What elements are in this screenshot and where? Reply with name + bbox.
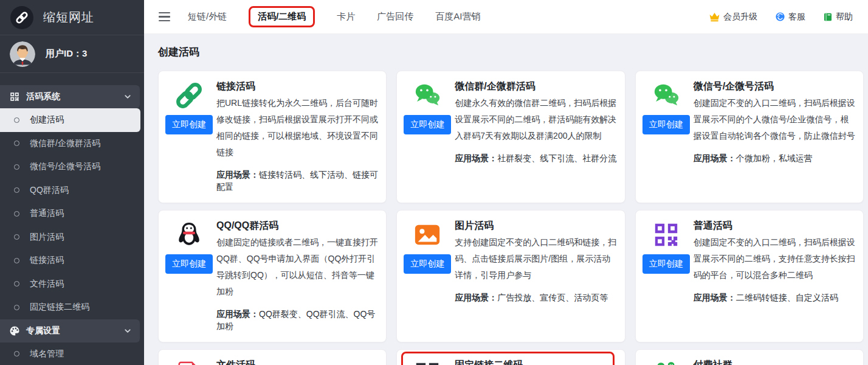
sidebar: 缩短网址 用户ID：3 活码系统创建活码微信群/企微群活码微信号/企微号活码QQ…: [0, 0, 144, 365]
card-4: 立即创建图片活码支持创建固定不变的入口二维码和链接，扫码、点击链接后展示图片/图…: [396, 210, 625, 342]
topbar-link-0[interactable]: 会员升级: [709, 12, 757, 23]
circle-bullet-icon: [14, 117, 19, 123]
card-body: 微信号/企微号活码创建固定不变的入口二维码，扫码后根据设置展示不同的个人微信号/…: [694, 79, 856, 193]
sidebar-item-9[interactable]: 固定链接二维码: [0, 296, 144, 319]
create-button[interactable]: 立即创建: [404, 254, 451, 274]
card-title: 文件活码: [216, 358, 379, 365]
card-scenarios: 应用场景：个微加粉，私域运营: [694, 152, 856, 164]
card-body: 微信群/企微群活码创建永久有效的微信群二维码，扫码后根据设置展示不同的二维码，群…: [455, 79, 617, 193]
circle-bullet-icon: [14, 141, 19, 146]
card-body: 固定链接二维码把网址直接生成二维码，网址不可修改，不限扫码次数，永久可扫码。应用…: [455, 358, 617, 365]
right-column: 短链/外链活码/二维码卡片广告回传百度AI营销 会员升级客服帮助 创建活码 立即…: [144, 0, 868, 365]
card-title: 普通活码: [694, 218, 856, 232]
sidebar-item-11[interactable]: 域名管理: [0, 342, 144, 365]
card-body: 链接活码把URL链接转化为永久二维码，后台可随时修改链接，扫码后根据设置展示打开…: [216, 79, 379, 193]
card-body: QQ/QQ群活码创建固定的链接或者二维码，一键直接打开QQ群、QQ号申请加入界面…: [216, 218, 379, 332]
sidebar-item-label: 链接活码: [30, 255, 64, 266]
card-body: 文件活码支持创建固定不变的入口二维码和链接，扫码、点击链接后展示文件内容。应用场…: [216, 358, 379, 365]
card-description: 支持创建固定不变的入口二维码和链接，扫码、点击链接后展示图片/图组，展示活动详情…: [455, 234, 617, 283]
nav-tab-2[interactable]: 卡片: [337, 11, 355, 23]
card-8: 立即创建付费社群支持付费后打开活码页面，价格可自定义。应用场景：付费社群、付费资…: [635, 349, 864, 365]
sidebar-item-7[interactable]: 链接活码: [0, 249, 144, 273]
nav-tabs: 短链/外链活码/二维码卡片广告回传百度AI营销: [188, 6, 481, 27]
sidebar-item-4[interactable]: QQ群活码: [0, 179, 144, 203]
sidebar-item-label: 普通活码: [30, 208, 64, 219]
card-left-column: 立即创建: [166, 218, 212, 332]
app-window: 缩短网址 用户ID：3 活码系统创建活码微信群/企微群活码微信号/企微号活码QQ…: [0, 0, 868, 365]
sidebar-group-label: 专属设置: [26, 325, 60, 336]
circle-bullet-icon: [14, 234, 19, 240]
card-1: 立即创建微信群/企微群活码创建永久有效的微信群二维码，扫码后根据设置展示不同的二…: [396, 71, 625, 203]
card-body: 图片活码支持创建固定不变的入口二维码和链接，扫码、点击链接后展示图片/图组，展示…: [455, 218, 617, 332]
nav-tab-4[interactable]: 百度AI营销: [435, 11, 480, 23]
link-icon: [10, 6, 33, 29]
card-7: 立即创建固定链接二维码把网址直接生成二维码，网址不可修改，不限扫码次数，永久可扫…: [396, 349, 625, 365]
create-button[interactable]: 立即创建: [404, 115, 451, 134]
card-body: 付费社群支持付费后打开活码页面，价格可自定义。应用场景：付费社群、付费资料等: [694, 358, 856, 365]
user-panel: 用户ID：3: [0, 35, 144, 73]
card-body: 普通活码创建固定不变的入口二维码，扫码后根据设置展示不同的二维码，支持任意支持长…: [694, 218, 856, 332]
card-3: 立即创建QQ/QQ群活码创建固定的链接或者二维码，一键直接打开QQ群、QQ号申请…: [158, 210, 387, 342]
card-title: 链接活码: [216, 79, 379, 93]
sidebar-item-3[interactable]: 微信号/企微号活码: [0, 155, 144, 179]
circle-bullet-icon: [14, 305, 19, 310]
sidebar-item-1[interactable]: 创建活码: [0, 108, 140, 132]
card-scenarios: 应用场景：QQ群裂变、QQ群引流、QQ号加粉: [216, 308, 379, 332]
create-button[interactable]: 立即创建: [642, 115, 690, 134]
sidebar-group-0[interactable]: 活码系统: [0, 85, 140, 108]
scenario-label: 应用场景：: [216, 309, 259, 319]
sidebar-item-label: 微信号/企微号活码: [30, 161, 100, 172]
sidebar-item-label: 微信群/企微群活码: [30, 138, 100, 149]
create-button[interactable]: 立即创建: [642, 254, 690, 274]
circle-bullet-icon: [14, 211, 19, 217]
card-title: 固定链接二维码: [455, 358, 617, 365]
card-description: 创建固定的链接或者二维码，一键直接打开QQ群、QQ号申请加入界面（QQ外打开引导…: [216, 234, 379, 300]
scenario-label: 应用场景：: [694, 293, 736, 302]
create-button[interactable]: 立即创建: [165, 254, 213, 274]
card-scenarios: 应用场景：社群裂变、线下引流、社群分流: [455, 152, 617, 164]
topbar-link-1[interactable]: 客服: [775, 12, 805, 23]
card-title: 图片活码: [455, 218, 617, 232]
topbar-link-2[interactable]: 帮助: [823, 12, 853, 23]
card-scenarios: 应用场景：二维码转链接、自定义活码: [694, 291, 856, 304]
user-id: 用户ID：3: [46, 48, 87, 60]
create-button[interactable]: 立即创建: [165, 115, 213, 134]
topbar-link-label: 客服: [788, 12, 805, 23]
card-left-column: 立即创建: [166, 79, 212, 193]
palette-icon: [9, 325, 20, 336]
card-left-column: 立即创建: [404, 79, 450, 193]
nav-tab-1[interactable]: 活码/二维码: [249, 6, 315, 27]
qq-icon: [175, 221, 203, 249]
logo[interactable]: 缩短网址: [0, 0, 144, 35]
sidebar-item-6[interactable]: 图片活码: [0, 226, 144, 249]
wechat-icon: [413, 82, 441, 109]
main-content: 创建活码 立即创建链接活码把URL链接转化为永久二维码，后台可随时修改链接，扫码…: [144, 34, 868, 365]
qr-code-icon: [413, 360, 441, 365]
card-left-column: 立即创建: [643, 218, 689, 332]
service-icon: [775, 12, 785, 22]
card-scenarios: 应用场景：链接转活码、线下活动、链接可配置: [216, 169, 379, 193]
sidebar-item-5[interactable]: 普通活码: [0, 202, 144, 226]
link-icon: [175, 82, 203, 109]
card-title: QQ/QQ群活码: [216, 218, 379, 232]
sidebar-item-label: 域名管理: [30, 349, 64, 360]
card-0: 立即创建链接活码把URL链接转化为永久二维码，后台可随时修改链接，扫码后根据设置…: [158, 71, 387, 203]
scenario-label: 应用场景：: [455, 293, 497, 302]
hamburger-menu-icon[interactable]: [159, 12, 170, 21]
card-description: 创建永久有效的微信群二维码，扫码后根据设置展示不同的二维码，群活码能有效解决入群…: [455, 95, 617, 144]
sidebar-item-2[interactable]: 微信群/企微群活码: [0, 132, 144, 156]
topbar-links: 会员升级客服帮助: [709, 12, 853, 23]
sidebar-group-10[interactable]: 专属设置: [0, 319, 140, 342]
sidebar-item-8[interactable]: 文件活码: [0, 273, 144, 296]
topbar-link-label: 会员升级: [723, 12, 757, 23]
image-icon: [413, 221, 441, 249]
topbar: 短链/外链活码/二维码卡片广告回传百度AI营销 会员升级客服帮助: [144, 0, 868, 34]
nav-tab-0[interactable]: 短链/外链: [188, 11, 227, 23]
circle-bullet-icon: [14, 258, 19, 263]
chevron-down-icon: [124, 327, 131, 335]
card-title: 付费社群: [694, 358, 856, 365]
scenario-label: 应用场景：: [694, 153, 736, 163]
nav-tab-3[interactable]: 广告回传: [377, 11, 413, 23]
qr-code-icon: [652, 221, 680, 249]
businessman-avatar: [10, 41, 35, 67]
